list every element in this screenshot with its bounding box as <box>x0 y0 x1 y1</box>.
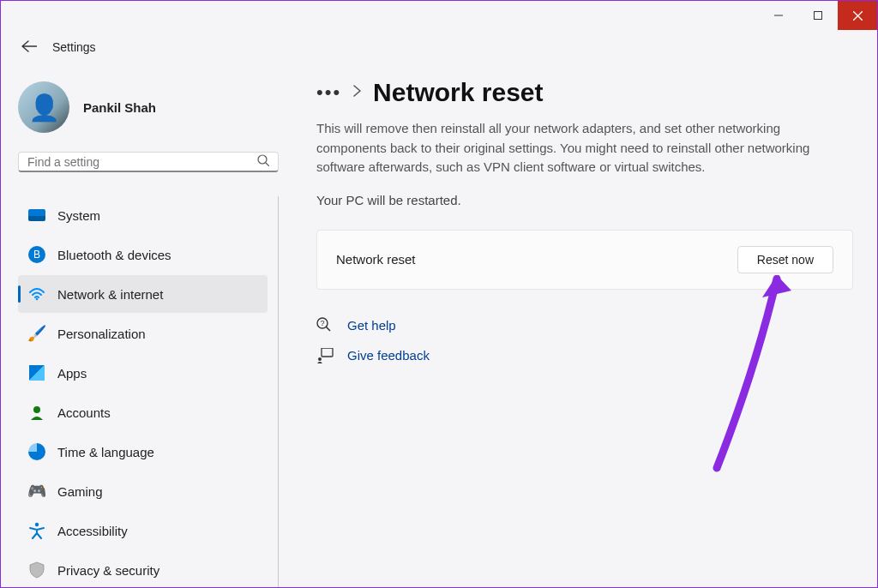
sidebar-item-time[interactable]: Time & language <box>18 433 268 471</box>
svg-point-12 <box>318 357 322 361</box>
wifi-icon <box>28 285 45 303</box>
svg-rect-11 <box>322 348 333 357</box>
sidebar-item-label: Accounts <box>57 405 111 420</box>
svg-point-6 <box>36 298 39 301</box>
page-title: Network reset <box>373 78 543 107</box>
restart-note: Your PC will be restarted. <box>316 193 853 207</box>
sidebar-item-accessibility[interactable]: Accessibility <box>18 512 268 549</box>
sidebar-item-system[interactable]: System <box>18 196 268 234</box>
search-box[interactable] <box>18 152 279 172</box>
sidebar-item-privacy[interactable]: Privacy & security <box>18 551 268 588</box>
svg-point-7 <box>33 406 40 413</box>
apps-icon <box>28 364 45 381</box>
sidebar-item-personalization[interactable]: 🖌️ Personalization <box>18 315 268 352</box>
avatar <box>18 81 69 133</box>
get-help-link[interactable]: ? Get help <box>316 317 853 334</box>
sidebar-item-label: Gaming <box>57 484 103 499</box>
help-icon: ? <box>316 317 334 334</box>
sidebar-item-label: Accessibility <box>57 524 128 538</box>
chevron-right-icon <box>353 85 361 100</box>
breadcrumb: ••• Network reset <box>316 78 853 107</box>
svg-rect-1 <box>815 12 822 20</box>
link-label: Give feedback <box>347 348 430 363</box>
sidebar-item-gaming[interactable]: 🎮 Gaming <box>18 472 268 510</box>
profile[interactable]: Pankil Shah <box>18 81 279 133</box>
sidebar-item-label: Apps <box>57 366 87 381</box>
person-icon <box>28 404 45 421</box>
sidebar-item-label: Time & language <box>57 445 154 459</box>
sidebar-item-label: Privacy & security <box>57 563 159 578</box>
card-label: Network reset <box>336 252 416 267</box>
sidebar-item-label: Personalization <box>57 327 146 341</box>
shield-icon <box>28 561 45 579</box>
description-text: This will remove then reinstall all your… <box>316 119 848 177</box>
paintbrush-icon: 🖌️ <box>28 325 45 342</box>
app-title: Settings <box>52 40 96 54</box>
minimize-button[interactable] <box>759 1 798 30</box>
accessibility-icon <box>28 522 45 539</box>
sidebar-item-label: Network & internet <box>57 287 163 302</box>
nav: System B Bluetooth & devices Network & i… <box>18 196 279 588</box>
back-button[interactable] <box>21 39 37 57</box>
help-links: ? Get help Give feedback <box>316 317 853 363</box>
sidebar-item-apps[interactable]: Apps <box>18 354 268 392</box>
sidebar-item-label: Bluetooth & devices <box>57 248 171 262</box>
window-controls <box>759 1 877 30</box>
close-button[interactable] <box>838 1 877 30</box>
sidebar-item-bluetooth[interactable]: B Bluetooth & devices <box>18 236 268 273</box>
user-name: Pankil Shah <box>83 100 156 115</box>
svg-point-8 <box>35 523 39 526</box>
network-reset-card: Network reset Reset now <box>316 230 853 290</box>
maximize-button[interactable] <box>798 1 838 30</box>
main-content: ••• Network reset This will remove then … <box>292 64 877 588</box>
header-row: Settings <box>1 30 877 64</box>
clock-globe-icon <box>28 443 45 460</box>
bluetooth-icon: B <box>28 246 45 263</box>
sidebar: Pankil Shah System B Bluetooth & devices… <box>1 64 292 588</box>
breadcrumb-more-icon[interactable]: ••• <box>316 81 341 104</box>
monitor-icon <box>28 207 45 224</box>
gamepad-icon: 🎮 <box>28 483 45 500</box>
sidebar-item-label: System <box>57 208 100 223</box>
svg-line-5 <box>266 163 269 166</box>
sidebar-item-accounts[interactable]: Accounts <box>18 393 268 431</box>
search-icon <box>257 154 269 169</box>
search-input[interactable] <box>27 155 257 169</box>
svg-text:?: ? <box>320 319 324 327</box>
feedback-icon <box>316 348 334 363</box>
link-label: Get help <box>347 318 396 333</box>
sidebar-item-network[interactable]: Network & internet <box>18 275 268 313</box>
reset-now-button[interactable]: Reset now <box>737 246 833 273</box>
give-feedback-link[interactable]: Give feedback <box>316 348 853 363</box>
titlebar <box>1 1 877 30</box>
svg-point-4 <box>258 155 267 164</box>
